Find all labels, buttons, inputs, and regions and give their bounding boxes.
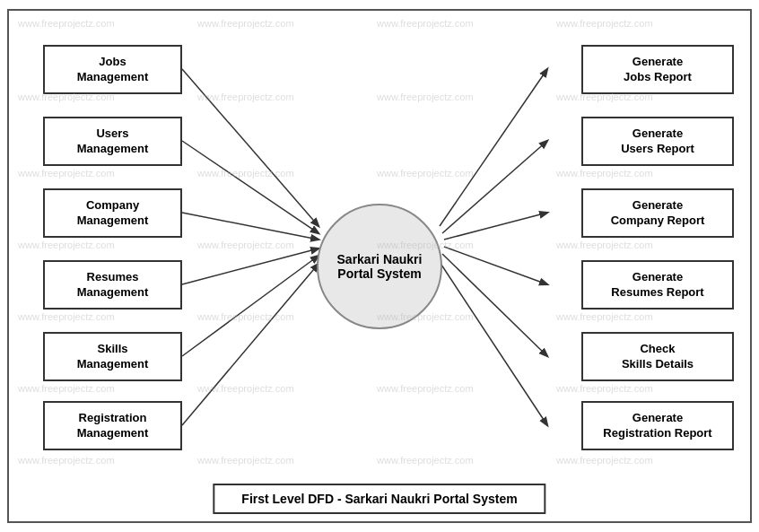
watermark-m16: www.freeprojectz.com	[556, 311, 653, 322]
watermark-m8: www.freeprojectz.com	[556, 168, 653, 179]
node-jobs-management: JobsManagement	[43, 45, 182, 94]
watermark-bb3: www.freeprojectz.com	[377, 455, 474, 466]
node-generate-resumes-report: GenerateResumes Report	[581, 260, 734, 310]
node-registration-management: RegistrationManagement	[43, 401, 182, 450]
svg-line-9	[444, 247, 547, 284]
node-generate-company-report: GenerateCompany Report	[581, 188, 734, 238]
watermark-t4: www.freeprojectz.com	[556, 18, 653, 29]
center-node: Sarkari Naukri Portal System	[317, 204, 442, 329]
watermark-b3: www.freeprojectz.com	[377, 383, 474, 394]
svg-line-5	[182, 264, 318, 425]
node-generate-jobs-report: GenerateJobs Report	[581, 45, 734, 94]
watermark-t3: www.freeprojectz.com	[377, 18, 474, 29]
svg-line-2	[182, 213, 318, 240]
svg-line-10	[442, 254, 547, 356]
node-skills-management: SkillsManagement	[43, 332, 182, 381]
watermark-b1: www.freeprojectz.com	[18, 383, 115, 394]
watermark-m12: www.freeprojectz.com	[556, 240, 653, 250]
svg-line-6	[440, 69, 547, 226]
watermark-m13: www.freeprojectz.com	[18, 311, 115, 322]
watermark-m2: www.freeprojectz.com	[197, 92, 294, 102]
svg-line-3	[182, 249, 318, 284]
node-resumes-management: ResumesManagement	[43, 260, 182, 310]
watermark-m5: www.freeprojectz.com	[18, 168, 115, 179]
watermark-m6: www.freeprojectz.com	[197, 168, 294, 179]
watermark-tl: www.freeprojectz.com	[18, 18, 115, 29]
svg-line-8	[444, 213, 547, 240]
watermark-m14: www.freeprojectz.com	[197, 311, 294, 322]
node-users-management: UsersManagement	[43, 117, 182, 166]
svg-line-0	[182, 69, 318, 226]
node-generate-registration-report: GenerateRegistration Report	[581, 401, 734, 450]
diagram-caption: First Level DFD - Sarkari Naukri Portal …	[213, 484, 545, 514]
svg-line-1	[182, 141, 318, 233]
watermark-m7: www.freeprojectz.com	[377, 168, 474, 179]
watermark-bb2: www.freeprojectz.com	[197, 455, 294, 466]
watermark-t2: www.freeprojectz.com	[197, 18, 294, 29]
watermark-b2: www.freeprojectz.com	[197, 383, 294, 394]
diagram-container: Sarkari Naukri Portal System JobsManagem…	[7, 9, 752, 523]
watermark-m9: www.freeprojectz.com	[18, 240, 115, 250]
node-company-management: CompanyManagement	[43, 188, 182, 238]
watermark-bb4: www.freeprojectz.com	[556, 455, 653, 466]
watermark-m3: www.freeprojectz.com	[377, 92, 474, 102]
svg-line-7	[442, 141, 547, 233]
watermark-m10: www.freeprojectz.com	[197, 240, 294, 250]
diagram-inner: Sarkari Naukri Portal System JobsManagem…	[9, 11, 750, 521]
center-line2: Portal System	[337, 266, 421, 281]
center-line1: Sarkari Naukri	[337, 252, 423, 266]
watermark-bb1: www.freeprojectz.com	[18, 455, 115, 466]
node-check-skills-details: CheckSkills Details	[581, 332, 734, 381]
svg-line-4	[182, 256, 318, 356]
svg-line-11	[440, 262, 547, 425]
node-generate-users-report: GenerateUsers Report	[581, 117, 734, 166]
watermark-b4: www.freeprojectz.com	[556, 383, 653, 394]
